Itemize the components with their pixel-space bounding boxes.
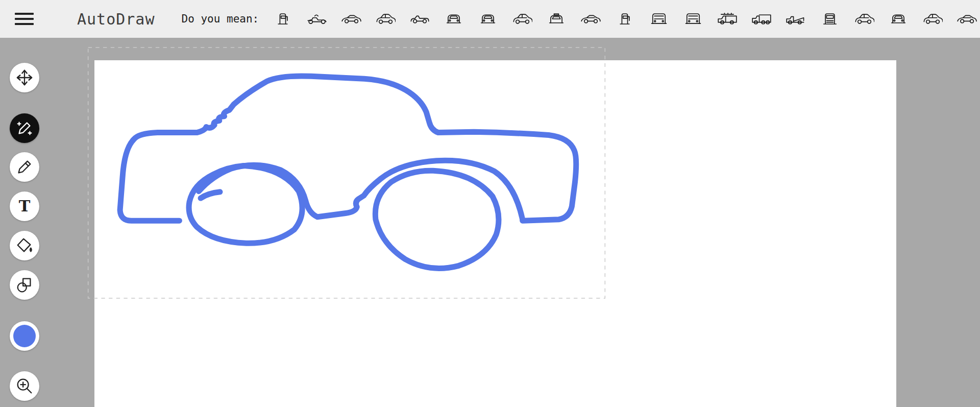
suggestion-wagon-icon[interactable] [922,9,943,29]
suggestion-parking-meter-icon[interactable] [615,9,635,29]
color-swatch [10,321,39,351]
suggestion-bus-front-icon[interactable] [649,9,669,29]
autodraw-tool-button[interactable] [10,113,39,143]
zoom-tool-button[interactable] [10,371,39,401]
suggestion-hatchback-icon[interactable] [478,9,498,29]
suggestion-police-car-icon[interactable] [580,9,601,29]
suggestion-convertible-icon[interactable] [409,9,430,29]
hamburger-menu-icon[interactable] [15,10,34,28]
select-tool-button[interactable] [10,63,39,92]
type-icon: T [15,197,34,216]
move-icon [15,68,34,87]
svg-text:T: T [19,197,31,215]
autodraw-app: { "app": { "title": "AutoDraw" }, "heade… [0,0,980,407]
pencil-icon [15,157,34,177]
suggestion-fire-truck-icon[interactable] [683,9,703,29]
drawing-canvas[interactable] [94,60,896,407]
magic-pencil-icon [15,118,34,138]
top-bar: AutoDraw Do you mean: [0,0,980,38]
suggestion-sports-car-icon[interactable] [341,9,361,29]
suggestion-roadster-icon[interactable] [957,9,977,29]
type-tool-button[interactable]: T [10,191,39,221]
page-title: AutoDraw [77,10,155,28]
suggestion-sedan-icon[interactable] [512,9,532,29]
suggestion-tow-truck-icon[interactable] [786,9,806,29]
suggestion-van-front-icon[interactable] [888,9,909,29]
suggestion-semi-truck-icon[interactable] [820,9,840,29]
suggestion-race-car-icon[interactable] [307,9,327,29]
fill-tool-button[interactable] [10,231,39,260]
suggestion-label: Do you mean: [182,13,259,25]
suggestion-ladder-truck-icon[interactable] [717,9,738,29]
suggestion-gas-pump-icon[interactable] [273,9,293,29]
zoom-in-icon [15,376,34,396]
suggestion-box-truck-icon[interactable] [751,9,772,29]
shapes-icon [15,275,34,295]
shape-tool-button[interactable] [10,270,39,300]
draw-tool-button[interactable] [10,152,39,182]
suggestion-strip [273,0,980,38]
suggestion-compact-car-icon[interactable] [375,9,396,29]
paint-bucket-icon [15,236,34,255]
suggestion-car-front-icon[interactable] [444,9,464,29]
suggestion-taxi-front-icon[interactable] [546,9,567,29]
suggestion-coupe-icon[interactable] [854,9,874,29]
color-tool-button[interactable] [10,321,39,351]
